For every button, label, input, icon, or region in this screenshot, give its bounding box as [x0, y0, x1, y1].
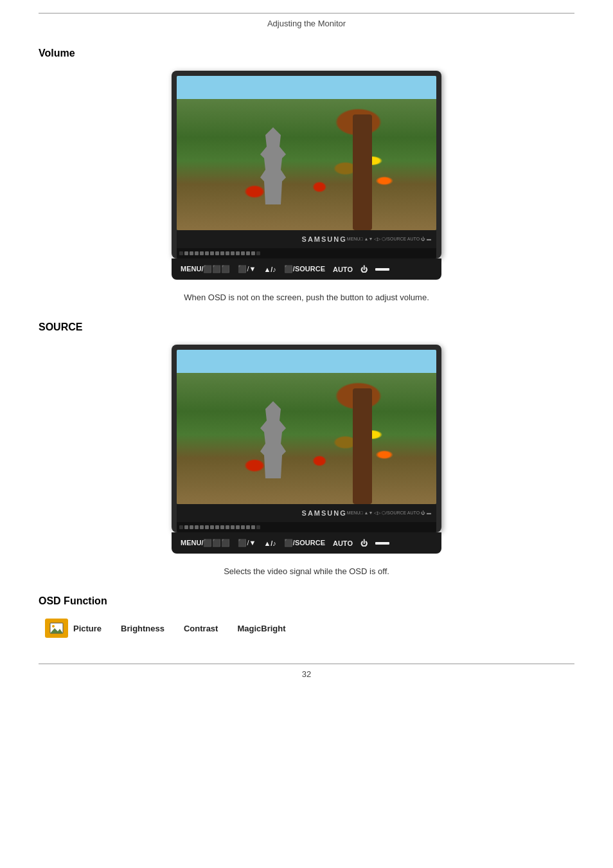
- osd-controls-volume: MENU□ ▲▼ ◁▷ ⬡/SOURCE AUTO ⏻ ▬: [347, 237, 431, 242]
- auto-button-source[interactable]: AUTO: [333, 539, 353, 547]
- bottom-section: 32: [39, 664, 574, 679]
- page-number: 32: [39, 669, 574, 679]
- progress-dots-volume: [179, 251, 434, 255]
- monitor-bottom-bar-volume: [177, 248, 436, 258]
- source-heading: SOURCE: [39, 321, 574, 333]
- nav-icon-volume: ⬛/▼: [238, 265, 256, 273]
- picture-label: Picture: [73, 624, 102, 633]
- bottom-rule: [39, 664, 574, 664]
- menu-button-volume[interactable]: MENU/⬛⬛⬛: [181, 265, 230, 273]
- monitor-outer-volume: SAMSUNG MENU□ ▲▼ ◁▷ ⬡/SOURCE AUTO ⏻ ▬: [172, 71, 441, 258]
- volume-heading: Volume: [39, 48, 574, 59]
- button-bar-volume: MENU/⬛⬛⬛ ⬛/▼ ▲/♪ ⬛/SOURCE AUTO ⏻: [172, 258, 441, 280]
- monitor-screen-volume: [177, 76, 436, 230]
- picture-group: Picture: [45, 619, 102, 638]
- volume-monitor-wrapper: SAMSUNG MENU□ ▲▼ ◁▷ ⬡/SOURCE AUTO ⏻ ▬: [39, 71, 574, 280]
- button-bar-source: MENU/⬛⬛⬛ ⬛/▼ ▲/♪ ⬛/SOURCE AUTO ⏻: [172, 532, 441, 554]
- volume-description: When OSD is not on the screen, push the …: [39, 293, 574, 302]
- power-button-source[interactable]: ⏻: [360, 539, 368, 547]
- osd-function-heading: OSD Function: [39, 595, 574, 607]
- header-text: Adjusting the Monitor: [267, 19, 346, 28]
- vol-button-source[interactable]: ▲/♪: [263, 539, 276, 547]
- progress-dots-source: [179, 525, 434, 529]
- magicbright-label: MagicBright: [237, 624, 285, 633]
- monitor-brand-bar-volume: SAMSUNG MENU□ ▲▼ ◁▷ ⬡/SOURCE AUTO ⏻ ▬: [177, 230, 436, 248]
- nav-icon-source: ⬛/▼: [238, 539, 256, 547]
- monitor-brand-bar-source: SAMSUNG MENU□ ▲▼ ◁▷ ⬡/SOURCE AUTO ⏻ ▬: [177, 504, 436, 522]
- monitor-bottom-bar-source: [177, 522, 436, 532]
- picture-icon: [45, 619, 68, 638]
- osd-function-row: Picture Brightness Contrast MagicBright: [39, 619, 574, 638]
- source-button-source[interactable]: ⬛/SOURCE: [284, 539, 325, 547]
- garden-scene-volume: [177, 76, 436, 230]
- svg-point-1: [52, 625, 55, 628]
- menu-button-source[interactable]: MENU/⬛⬛⬛: [181, 539, 230, 547]
- power-button-volume[interactable]: ⏻: [360, 266, 368, 273]
- brightness-label: Brightness: [121, 624, 164, 633]
- contrast-label: Contrast: [184, 624, 218, 633]
- osd-controls-source: MENU□ ▲▼ ◁▷ ⬡/SOURCE AUTO ⏻ ▬: [347, 511, 431, 516]
- auto-button-volume[interactable]: AUTO: [333, 266, 353, 273]
- source-monitor-wrapper: SAMSUNG MENU□ ▲▼ ◁▷ ⬡/SOURCE AUTO ⏻ ▬: [39, 345, 574, 554]
- samsung-brand-volume: SAMSUNG: [302, 235, 347, 243]
- dash-icon-source: [375, 542, 389, 545]
- top-rule: [39, 13, 574, 14]
- vol-button-volume[interactable]: ▲/♪: [263, 266, 276, 273]
- source-description: Selects the video signal while the OSD i…: [39, 566, 574, 576]
- page-header: Adjusting the Monitor: [39, 19, 574, 28]
- samsung-brand-source: SAMSUNG: [302, 509, 347, 517]
- picture-icon-svg: [49, 622, 64, 634]
- monitor-outer-source: SAMSUNG MENU□ ▲▼ ◁▷ ⬡/SOURCE AUTO ⏻ ▬: [172, 345, 441, 532]
- garden-scene-source: [177, 350, 436, 504]
- dash-icon-volume: [375, 268, 389, 271]
- monitor-screen-source: [177, 350, 436, 504]
- source-button-volume[interactable]: ⬛/SOURCE: [284, 265, 325, 273]
